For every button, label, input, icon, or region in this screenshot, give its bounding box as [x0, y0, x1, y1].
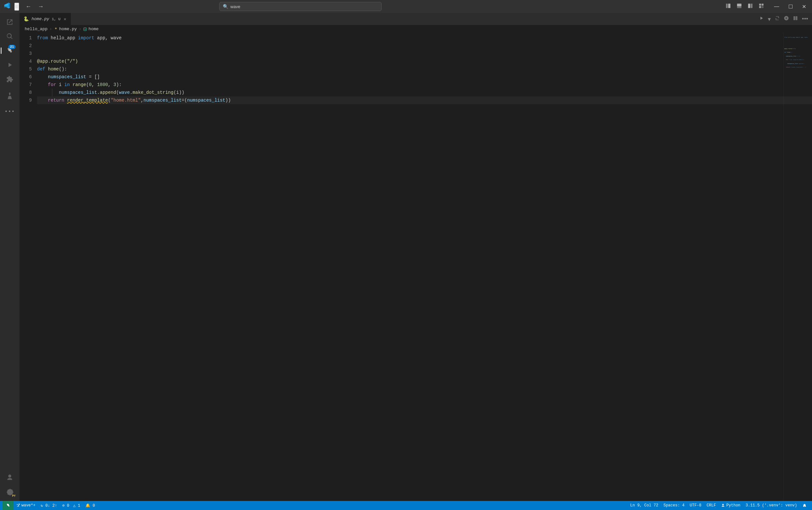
maximize-button[interactable]: ☐: [786, 3, 795, 10]
toggle-primary-sidebar-button[interactable]: [724, 2, 732, 12]
status-python-version[interactable]: 3.11.5 ('.venv': venv): [743, 503, 800, 508]
svg-rect-3: [737, 7, 742, 8]
line-numbers: 1 2 3 4 5 6 7 8 9: [20, 33, 36, 501]
token-from: from: [37, 34, 48, 42]
svg-rect-9: [762, 6, 763, 8]
token-for: for: [48, 81, 56, 89]
settings-icon[interactable]: PY: [3, 485, 16, 498]
source-control-badge: 21: [8, 45, 16, 49]
token-wave: wave: [119, 89, 130, 96]
status-position[interactable]: Ln 9, Col 72: [628, 503, 661, 508]
svg-rect-8: [759, 6, 761, 8]
token-numspaces-list-value: numspaces_list: [187, 96, 225, 104]
svg-rect-6: [759, 4, 761, 5]
status-encoding[interactable]: UTF-8: [687, 503, 704, 508]
main-layout: 21 ••• PY 🐍 home.py: [0, 13, 812, 501]
breadcrumb: hello_app › home.py › home: [20, 25, 812, 33]
code-line-5: def home ():: [37, 65, 812, 73]
status-spaces[interactable]: Spaces: 4: [661, 503, 687, 508]
status-notifications[interactable]: 🔔 0: [83, 501, 97, 510]
token-num-0: 0: [89, 81, 92, 89]
split-editor-button[interactable]: [791, 14, 799, 24]
breadcrumb-sep-1: ›: [49, 27, 52, 31]
nav-forward-button[interactable]: →: [35, 2, 47, 11]
tab-home-py[interactable]: 🐍 home.py 1, U ×: [20, 13, 71, 25]
indent-guide: [52, 89, 52, 96]
svg-rect-2: [737, 4, 742, 6]
status-language[interactable]: Python: [719, 503, 743, 508]
search-icon: 🔍: [223, 4, 228, 9]
code-content[interactable]: from hello_app import app, wave @app.rou…: [36, 33, 812, 501]
vscode-logo: [4, 2, 10, 11]
close-button[interactable]: ✕: [800, 3, 808, 10]
nav-buttons: ← →: [23, 2, 47, 11]
token-str-home: "home.html": [111, 96, 141, 104]
sidebar-item-more[interactable]: •••: [3, 105, 16, 118]
search-input[interactable]: [230, 4, 378, 9]
status-errors[interactable]: ⊘ 0 △ 1: [60, 501, 83, 510]
token-append: append: [100, 89, 116, 96]
svg-rect-5: [748, 4, 750, 8]
code-line-9: return render_template ( "home.html" , n…: [37, 96, 812, 104]
code-line-3: [37, 50, 812, 57]
breadcrumb-file[interactable]: home.py: [54, 27, 77, 31]
code-line-7: for i in range ( 0 , 1800 , 3 ):: [37, 81, 812, 89]
token-render-template: render_template: [67, 96, 108, 104]
titlebar-actions: [724, 2, 765, 12]
nav-back-button[interactable]: ←: [23, 2, 34, 11]
status-bar: wave*+ ↻ 0↓ 2↑ ⊘ 0 △ 1 🔔 0 Ln 9, Col 72 …: [0, 501, 812, 510]
account-icon[interactable]: [3, 471, 16, 484]
token-return: return: [48, 96, 64, 104]
tab-modified-badge: 1, U: [52, 17, 60, 21]
token-funcname: home: [48, 65, 59, 73]
sidebar-item-testing[interactable]: [3, 90, 16, 102]
token-decorator: @app.route("/"): [37, 57, 78, 65]
code-line-8: numspaces_list . append ( wave . make_do…: [37, 89, 812, 96]
sidebar-item-source-control[interactable]: 21: [3, 44, 16, 57]
menu-icon[interactable]: ≡: [14, 3, 19, 11]
code-editor[interactable]: from hello_app import app, wave @app.rou…: [20, 33, 812, 501]
tab-file-icon: 🐍: [23, 16, 29, 22]
compare-button[interactable]: [773, 14, 781, 24]
tab-toolbar: ▾ •••: [757, 14, 812, 24]
tab-bar: 🐍 home.py 1, U × ▾ •••: [20, 13, 812, 25]
window-controls: — ☐ ✕: [772, 3, 808, 10]
tab-filename: home.py: [31, 17, 49, 22]
token-var-numspaces2: numspaces_list: [59, 89, 97, 96]
status-notifications-bell[interactable]: [800, 503, 809, 508]
status-line-ending[interactable]: CRLF: [704, 503, 719, 508]
token-range: range: [72, 81, 86, 89]
toggle-secondary-sidebar-button[interactable]: [746, 2, 755, 12]
svg-rect-0: [726, 4, 728, 8]
breadcrumb-project[interactable]: hello_app: [25, 27, 48, 31]
minimize-button[interactable]: —: [772, 3, 781, 10]
svg-rect-7: [762, 4, 763, 5]
search-bar[interactable]: 🔍: [219, 2, 382, 11]
tab-close-button[interactable]: ×: [63, 16, 67, 22]
status-sync[interactable]: ↻ 0↓ 2↑: [38, 501, 59, 510]
toggle-panel-button[interactable]: [735, 2, 744, 12]
status-vscode-icon[interactable]: [3, 501, 13, 510]
breadcrumb-symbol[interactable]: home: [83, 27, 98, 31]
customize-layout-button[interactable]: [757, 2, 765, 12]
sidebar-item-extensions[interactable]: [3, 73, 16, 86]
svg-rect-10: [793, 16, 795, 20]
token-num-1800: 1800: [97, 81, 108, 89]
run-dropdown-button[interactable]: ▾: [766, 14, 772, 24]
sidebar-item-search[interactable]: [3, 30, 16, 43]
sidebar-item-explorer[interactable]: [3, 16, 16, 29]
svg-rect-11: [796, 16, 798, 20]
code-line-1: from hello_app import app, wave: [37, 34, 812, 42]
status-branch[interactable]: wave*+: [13, 501, 38, 510]
activity-bar: 21 ••• PY: [0, 13, 20, 501]
token-numspaces-list-param: numspaces_list: [144, 96, 182, 104]
code-line-6: numspaces_list = []: [37, 73, 812, 81]
sidebar-item-run[interactable]: [3, 58, 16, 71]
run-button[interactable]: [757, 14, 765, 24]
more-actions-button[interactable]: •••: [801, 14, 809, 24]
svg-rect-4: [751, 4, 753, 8]
token-import: import: [78, 34, 94, 42]
token-in: in: [64, 81, 70, 89]
code-line-2: [37, 42, 812, 50]
timeline-button[interactable]: [782, 14, 790, 24]
